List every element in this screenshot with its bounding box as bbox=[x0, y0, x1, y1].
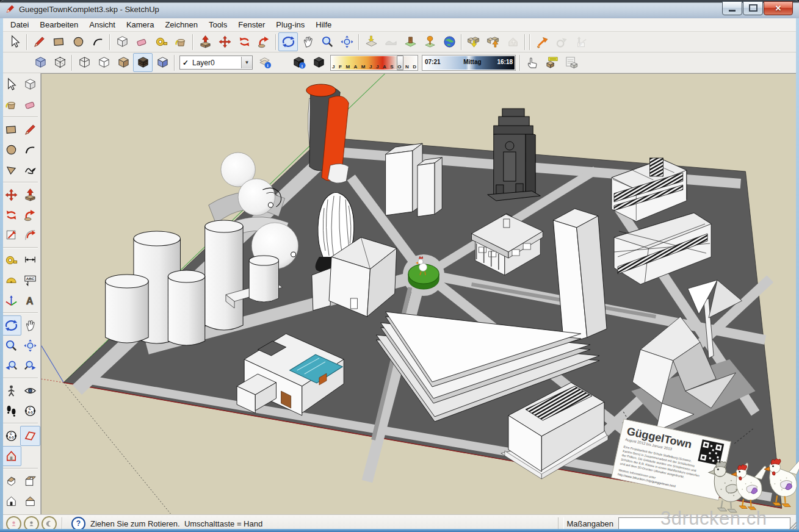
sidebar-circle-tool[interactable] bbox=[1, 140, 21, 160]
sidebar-orbit-tool[interactable] bbox=[1, 315, 21, 336]
sidebar-rectangle-tool[interactable] bbox=[1, 120, 21, 140]
sidebar-make-component[interactable] bbox=[20, 74, 40, 95]
sidebar-zoom-tool[interactable] bbox=[1, 336, 21, 356]
shadow-toggle-button[interactable] bbox=[309, 53, 328, 72]
zoom-tool-button[interactable] bbox=[317, 32, 337, 51]
view-iso-button[interactable] bbox=[1, 471, 21, 491]
shadow-date-slider[interactable]: JFMAMJJASOND bbox=[330, 55, 418, 71]
add-location-button[interactable] bbox=[361, 32, 381, 51]
menu-bearbeiten[interactable]: Bearbeiten bbox=[34, 19, 84, 31]
menu-hilfe[interactable]: Hilfe bbox=[310, 19, 337, 31]
sidebar-pan-tool[interactable] bbox=[20, 315, 40, 336]
section-plane-button[interactable] bbox=[20, 426, 40, 446]
sidebar-arc-tool[interactable] bbox=[20, 140, 40, 160]
sidebar-walk-tool[interactable] bbox=[1, 401, 21, 421]
sidebar-section-symbol[interactable] bbox=[20, 401, 40, 421]
sidebar-position-camera[interactable] bbox=[1, 381, 21, 401]
shaded-with-textures-button[interactable] bbox=[133, 53, 153, 72]
zoom-extents-button[interactable] bbox=[337, 32, 356, 51]
tape-measure-button[interactable] bbox=[151, 32, 171, 51]
circle-tool-button[interactable] bbox=[68, 32, 88, 51]
view-right-button[interactable] bbox=[20, 471, 40, 491]
menu-zeichnen[interactable]: Zeichnen bbox=[159, 19, 203, 31]
sidebar-zoom-extents[interactable] bbox=[20, 336, 40, 356]
select-tool-button[interactable] bbox=[5, 32, 24, 51]
back-edges-button[interactable] bbox=[50, 53, 70, 72]
sidebar-eraser-tool[interactable] bbox=[20, 95, 40, 115]
menu-datei[interactable]: Datei bbox=[5, 19, 34, 31]
follow-me-button[interactable] bbox=[254, 32, 273, 51]
get-models-button[interactable] bbox=[464, 32, 483, 51]
menu-ansicht[interactable]: Ansicht bbox=[84, 19, 121, 31]
view-back-button[interactable] bbox=[20, 491, 40, 511]
minimize-button[interactable] bbox=[722, 1, 742, 15]
pan-tool-button[interactable] bbox=[298, 32, 317, 51]
sidebar-freehand-tool[interactable] bbox=[20, 160, 40, 180]
sidebar-paint-bucket[interactable] bbox=[1, 95, 21, 115]
orbit-tool-button[interactable] bbox=[278, 32, 298, 51]
interact-tool-button[interactable] bbox=[522, 53, 542, 72]
google-earth-button[interactable] bbox=[439, 32, 459, 51]
component-attributes-button[interactable] bbox=[562, 53, 581, 72]
sidebar-zoom-previous[interactable] bbox=[1, 356, 21, 376]
sidebar-protractor-tool[interactable] bbox=[1, 270, 21, 290]
shadow-time-slider[interactable]: 07:21 Mittag 16:18 bbox=[422, 55, 516, 71]
sidebar-look-around[interactable] bbox=[20, 381, 40, 401]
maximize-button[interactable] bbox=[743, 1, 763, 15]
display-section-planes-button[interactable] bbox=[1, 426, 21, 446]
sidebar-zoom-next[interactable] bbox=[20, 356, 40, 376]
shadow-settings-button[interactable] bbox=[289, 53, 309, 72]
share-component-button[interactable] bbox=[503, 32, 522, 51]
paint-bucket-button[interactable] bbox=[171, 32, 190, 51]
sidebar-offset-tool[interactable] bbox=[20, 225, 40, 245]
sidebar-push-pull-tool[interactable] bbox=[20, 185, 40, 205]
wireframe-button[interactable] bbox=[74, 53, 94, 72]
rotate-tool-button[interactable] bbox=[234, 32, 254, 51]
menu-plugins[interactable]: Plug-ins bbox=[270, 19, 310, 31]
menu-fenster[interactable]: Fenster bbox=[233, 19, 270, 31]
rectangle-tool-button[interactable] bbox=[49, 32, 68, 51]
sidebar-select-tool[interactable] bbox=[1, 74, 21, 95]
toggle-terrain-button[interactable] bbox=[381, 32, 400, 51]
line-tool-button[interactable] bbox=[29, 32, 49, 51]
make-component-button[interactable] bbox=[112, 32, 132, 51]
sidebar-scale-tool[interactable] bbox=[1, 225, 21, 245]
menu-tools[interactable]: Tools bbox=[203, 19, 233, 31]
hidden-line-button[interactable] bbox=[94, 53, 114, 72]
layer-manager-button[interactable] bbox=[255, 53, 275, 72]
view-front-button[interactable] bbox=[1, 491, 21, 511]
resize-grip[interactable] bbox=[789, 522, 797, 530]
sidebar-rotate-tool[interactable] bbox=[1, 205, 21, 225]
sidebar-3d-text-tool[interactable] bbox=[20, 290, 40, 311]
plugin-arrow-button[interactable] bbox=[532, 32, 552, 51]
component-options-button[interactable] bbox=[542, 53, 562, 72]
move-tool-button[interactable] bbox=[215, 32, 234, 51]
sidebar-text-tool[interactable] bbox=[20, 270, 40, 290]
layer-dropdown[interactable]: ✓ Layer0 ▼ bbox=[179, 56, 253, 70]
monochrome-button[interactable] bbox=[153, 53, 172, 72]
measurements-input[interactable] bbox=[618, 517, 790, 530]
viewport-canvas[interactable]: GüggelTown August 2012 bis Januar 2013 E… bbox=[42, 74, 799, 514]
display-section-cuts-button[interactable] bbox=[1, 446, 21, 466]
push-pull-button[interactable] bbox=[195, 32, 215, 51]
viewport-3d[interactable]: GüggelTown August 2012 bis Januar 2013 E… bbox=[41, 73, 799, 514]
model-location-button[interactable] bbox=[420, 32, 439, 51]
sidebar-line-tool[interactable] bbox=[20, 120, 40, 140]
photo-textures-button[interactable] bbox=[400, 32, 420, 51]
sidebar-tape-measure[interactable] bbox=[1, 250, 21, 270]
plugin-rotate-button[interactable] bbox=[552, 32, 571, 51]
xray-mode-button[interactable] bbox=[31, 53, 50, 72]
sidebar-move-tool[interactable] bbox=[1, 185, 21, 205]
menu-kamera[interactable]: Kamera bbox=[121, 19, 160, 31]
close-button[interactable]: ✕ bbox=[764, 1, 793, 15]
arc-tool-button[interactable] bbox=[88, 32, 107, 51]
sidebar-dimension-tool[interactable] bbox=[20, 250, 40, 270]
eraser-tool-button[interactable] bbox=[132, 32, 151, 51]
plugin-angle-button[interactable] bbox=[571, 32, 591, 51]
share-model-button[interactable] bbox=[483, 32, 503, 51]
title-bar[interactable]: GueggelTownKomplett3.skp - SketchUp ✕ bbox=[0, 0, 799, 18]
sidebar-follow-me-tool[interactable] bbox=[20, 205, 40, 225]
dropdown-arrow-icon[interactable]: ▼ bbox=[241, 57, 252, 68]
sidebar-polygon-tool[interactable] bbox=[1, 160, 21, 180]
sidebar-axes-tool[interactable] bbox=[1, 290, 21, 311]
